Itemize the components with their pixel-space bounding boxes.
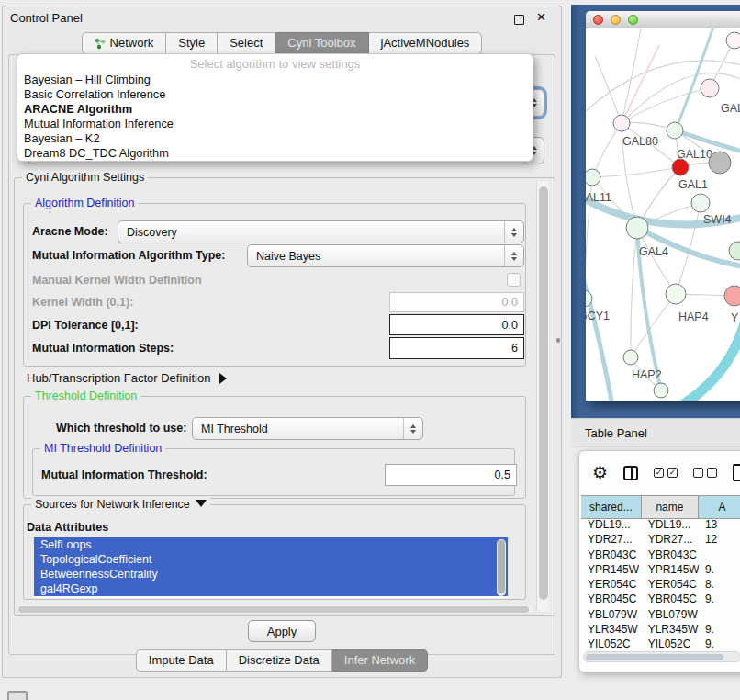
split-columns-icon[interactable] [623,466,638,480]
aracne-mode-label: Aracne Mode: [32,225,108,238]
splitter-handle[interactable] [556,338,560,343]
table-rows: YDL19...YDL19...13YDR27...YDR27...12YBR0… [581,517,740,648]
tab-style[interactable]: Style [166,32,218,54]
table-row[interactable]: YPR145WYPR145W9. [581,562,740,577]
table-cell: YBR043C [581,548,642,562]
network-node-gal11[interactable] [586,169,600,186]
table-row[interactable]: YLR345WYLR345W9. [581,622,740,637]
tab-discretize-data[interactable]: Discretize Data [227,649,332,672]
tab-impute-data[interactable]: Impute Data [136,649,227,672]
settings-vertical-scrollbar[interactable] [536,181,549,611]
table-cell: 8. [699,577,740,592]
attribute-option-topologicalcoefficient[interactable]: TopologicalCoefficient [34,552,508,567]
apply-button[interactable]: Apply [248,620,316,642]
network-node-gal80[interactable] [613,115,630,131]
hub-definition-label: Hub/Transcription Factor Definition [27,371,210,385]
table-toolbar: ⚙ ✓✓ [592,462,740,483]
mi-type-combo[interactable]: Naive Bayes [247,244,524,267]
table-cell: YBR045C [581,592,642,606]
collapsed-panel-button[interactable] [7,691,28,700]
column-header-2[interactable]: name [642,496,699,518]
network-node-y[interactable] [724,286,740,306]
node-label: HAP2 [632,368,662,381]
close-icon[interactable]: ✕ [536,10,546,24]
unchecked-boxes-icon[interactable] [693,468,717,478]
attribute-option-selfloops[interactable]: SelfLoops [34,537,508,552]
algorithm-option-bayesian-k2[interactable]: Bayesian – K2 [24,131,526,146]
dpi-tolerance-field[interactable]: 0.0 [389,314,524,335]
network-node-gal[interactable] [701,79,719,97]
table-row[interactable]: YIL052CYIL052C9. [581,637,740,648]
table-cell: YDL19... [581,517,642,532]
which-threshold-label: Which threshold to use: [56,422,186,435]
algorithm-option-bayesian-hill-climbing[interactable]: Bayesian – Hill Climbing [24,73,526,87]
table-row[interactable]: YBL079WYBL079W [581,607,740,622]
which-threshold-combo[interactable]: MI Threshold [192,417,423,440]
tab-label: Impute Data [149,650,214,671]
attributes-scrollbar[interactable] [497,539,506,596]
control-panel-window: Control Panel ✕ NetworkStyleSelectCyni T… [2,6,562,678]
tab-network[interactable]: Network [82,32,167,54]
table-row[interactable]: YBR043CYBR043C [581,548,740,562]
bottom-tabs: Impute DataDiscretize DataInfer Network [3,649,561,672]
table-cell: YDL19... [642,517,699,532]
column-header-1[interactable]: shared... [581,496,642,518]
mi-steps-field[interactable]: 6 [389,337,524,359]
network-node-hap4[interactable] [666,284,686,304]
network-node-gal10[interactable] [667,122,683,139]
zoom-window-icon[interactable] [628,15,638,25]
hub-definition-toggle[interactable]: Hub/Transcription Factor Definition [27,371,227,385]
algorithm-option-dream8-dc-tdc-algorithm[interactable]: Dream8 DC_TDC Algorithm [24,146,526,161]
tab-cyni-toolbox[interactable]: Cyni Toolbox [275,32,368,54]
algorithm-option-mutual-information-inference[interactable]: Mutual Information Inference [24,117,526,131]
table-row[interactable]: YER054CYER054C8. [581,577,740,592]
tab-jactivemnodules[interactable]: jActiveMNodules [369,32,483,54]
table-cell: 9. [699,637,740,648]
network-view-window[interactable]: GALGAL80GAL10GAL1GAL11SWI4GAL4GCY1HAP4YH… [586,11,740,401]
table-cell: YIL052C [642,637,699,648]
control-panel-title: Control Panel [10,11,83,25]
table-horizontal-scrollbar[interactable] [583,651,740,662]
aracne-mode-value: Discovery [127,226,177,239]
mi-threshold-field[interactable]: 0.5 [385,464,517,486]
network-window-titlebar[interactable] [586,11,740,28]
tab-select[interactable]: Select [218,32,275,54]
table-row[interactable]: YBR045CYBR045C9. [581,592,740,606]
column-header-3[interactable]: A [699,496,740,518]
network-node-swi4[interactable] [691,194,710,212]
algorithm-option-aracne-algorithm[interactable]: ARACNE Algorithm [24,102,526,117]
attribute-option-betweennesscentrality[interactable]: BetweennessCentrality [34,567,508,581]
network-node-gal4[interactable] [626,217,648,239]
algorithm-option-basic-correlation-inference[interactable]: Basic Correlation Inference [24,87,526,102]
node-label: GAL4 [639,245,668,258]
table-cell: YLR345W [581,622,642,637]
network-node[interactable] [672,159,689,175]
checked-boxes-icon[interactable]: ✓✓ [654,468,678,478]
network-node[interactable] [729,242,740,260]
network-node-gal1[interactable] [709,152,731,174]
data-attributes-label: Data Attributes [27,521,108,534]
table-cell: 9. [699,562,740,577]
close-window-icon[interactable] [593,15,603,25]
settings-horizontal-scrollbar[interactable] [16,604,535,615]
attribute-option-gal4rgexp[interactable]: gal4RGexp [34,581,508,596]
minimize-window-icon[interactable] [611,15,621,25]
aracne-mode-combo[interactable]: Discovery [118,220,524,243]
document-icon[interactable] [733,464,740,481]
network-node[interactable] [726,32,740,49]
sources-group-title: Sources for Network Inference [31,498,210,511]
table-row[interactable]: YDR27...YDR27...12 [581,532,740,547]
algorithm-dropdown-list: Bayesian – Hill ClimbingBasic Correlatio… [24,73,526,161]
network-canvas[interactable]: GALGAL80GAL10GAL1GAL11SWI4GAL4GCY1HAP4YH… [586,28,740,401]
table-row[interactable]: YDL19...YDL19...13 [581,517,740,532]
kernel-width-field[interactable]: 0.0 [389,292,524,312]
mi-type-value: Naive Bayes [256,250,320,263]
table-cell: YLR345W [642,622,699,637]
float-window-icon[interactable] [514,15,524,25]
tab-infer-network[interactable]: Infer Network [332,649,428,672]
gear-icon[interactable]: ⚙ [592,462,608,483]
table-panel-title: Table Panel [585,426,647,440]
manual-kernel-checkbox[interactable] [507,273,521,287]
network-node-hap2[interactable] [623,350,638,365]
network-node[interactable] [654,383,668,398]
